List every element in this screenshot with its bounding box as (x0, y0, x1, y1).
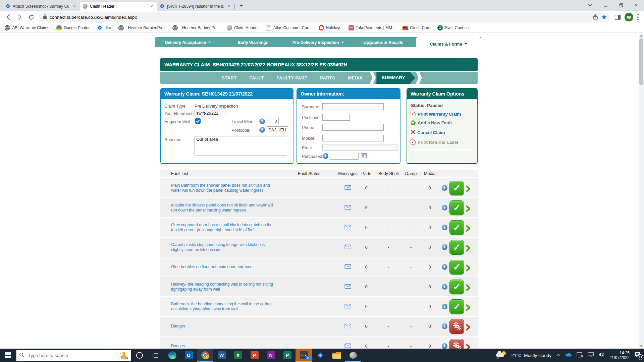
info-icon[interactable]: i (439, 343, 449, 349)
tray-chevron-up-icon[interactable] (556, 352, 560, 358)
restore-button[interactable] (613, 0, 629, 11)
taskbar-powerpoint-button[interactable]: P (246, 349, 263, 362)
open-fault-arrow-icon[interactable]: › (465, 241, 471, 254)
fault-link[interactable]: Hallway- the beading connecting wall to … (160, 282, 288, 292)
fault-link[interactable]: Badges (160, 344, 288, 349)
bookmark-item[interactable]: Claim Header (227, 25, 259, 31)
browser-tab[interactable]: Attach Screenshot - Surfbay Cust× (3, 2, 80, 11)
tab-close-icon[interactable]: × (226, 4, 231, 9)
messages-icon[interactable] (338, 343, 358, 349)
forward-icon[interactable] (15, 12, 24, 22)
taskbar-publisher-button[interactable]: P (279, 349, 296, 362)
fault-complete-button[interactable]: ✓ (449, 299, 464, 314)
scroll-up-icon[interactable] (640, 35, 643, 37)
start-button[interactable] (0, 349, 16, 362)
weather-icon[interactable] (496, 351, 507, 359)
bookmark-item[interactable]: Atlas Customer Car... (266, 25, 311, 31)
taskbar-outlook-button[interactable]: O (180, 349, 197, 362)
nav-item-claims-forms[interactable]: Claims & Forms (416, 37, 481, 51)
messages-icon[interactable] (338, 185, 358, 191)
info-icon[interactable]: i (439, 264, 449, 270)
close-button[interactable]: × (629, 0, 644, 11)
step-parts[interactable]: PARTS (320, 75, 335, 80)
url-text[interactable]: connect.supercare.co.uk/Claims/index.asp… (50, 15, 591, 20)
open-fault-arrow-icon[interactable]: › (465, 320, 471, 333)
fault-complete-button[interactable]: ✓ (449, 200, 464, 215)
fault-pending-button[interactable] (449, 339, 464, 349)
messages-icon[interactable] (338, 205, 358, 211)
nav-item-delivery-acceptance[interactable]: Delivery Acceptance (155, 37, 220, 47)
fault-link[interactable]: Bathroom- the beading connecting the wal… (160, 302, 288, 312)
nav-item-early-warnings[interactable]: Early Warnings (220, 37, 285, 47)
taskbar-cortana-button[interactable] (131, 349, 148, 362)
info-icon[interactable]: i (439, 225, 449, 230)
open-fault-arrow-icon[interactable]: › (465, 221, 471, 234)
address-bar[interactable]: connect.supercare.co.uk/Claims/index.asp… (39, 12, 610, 22)
fault-complete-button[interactable]: ✓ (449, 220, 464, 235)
step-start[interactable]: START (222, 75, 236, 80)
info-icon[interactable]: i (439, 323, 449, 329)
taskbar-jira-button[interactable] (312, 349, 328, 362)
your-reference-input[interactable] (195, 110, 225, 116)
taskbar-word-button[interactable]: W (213, 349, 230, 362)
browser-tab[interactable]: [SWIFT-28594] radiator in the ba× (157, 2, 234, 11)
fault-complete-button[interactable]: ✓ (449, 280, 464, 294)
page-scrollbar[interactable] (639, 33, 644, 349)
cast-icon[interactable] (577, 352, 583, 359)
bookmark-item[interactable]: Jira (97, 25, 111, 31)
owner-postcode-input[interactable] (322, 114, 350, 121)
messages-icon[interactable] (338, 304, 358, 310)
owner-surname-input[interactable] (322, 103, 384, 110)
travel-mins-info-icon[interactable]: i (259, 118, 265, 124)
travel-mins-input[interactable] (267, 118, 279, 124)
bookmark-item[interactable]: Swift Connect (437, 25, 470, 31)
tab-search-icon[interactable] (582, 0, 598, 11)
tab-close-icon[interactable]: × (72, 4, 77, 9)
browser-tab[interactable]: Claim Header× (80, 2, 157, 11)
reload-icon[interactable] (26, 12, 36, 22)
step-fault[interactable]: FAULT (250, 75, 264, 80)
minimize-button[interactable] (598, 0, 613, 11)
browser-menu-icon[interactable] (637, 14, 639, 20)
bookmark-item[interactable]: Holidays (319, 25, 341, 31)
taskbar-excel-button[interactable]: X (230, 349, 246, 362)
fault-link[interactable]: Carpet plastic strip connecting lounge w… (160, 242, 288, 252)
messages-icon[interactable] (338, 284, 358, 290)
scrollbar-thumb[interactable] (639, 38, 643, 85)
tab-close-icon[interactable]: × (149, 4, 154, 9)
info-icon[interactable]: i (439, 284, 449, 290)
fault-link[interactable]: Grey cupboard door has a small black dot… (160, 223, 288, 233)
fault-link[interactable]: Badges (160, 324, 288, 329)
side-panel-icon[interactable] (613, 12, 622, 22)
bookmark-item[interactable]: TakePayments | MM... (348, 25, 395, 31)
owner-purchased-input[interactable] (330, 153, 359, 160)
owner-mobile-input[interactable] (322, 135, 384, 141)
network-icon[interactable] (588, 352, 594, 359)
taskbar-task-view-button[interactable] (148, 349, 164, 362)
new-tab-button[interactable]: + (237, 1, 246, 10)
engineer-visit-checkbox[interactable] (195, 118, 201, 124)
nav-item-upgrades-recalls[interactable]: Upgrades & Recalls (351, 37, 416, 47)
back-icon[interactable] (4, 12, 13, 22)
volume-icon[interactable] (598, 352, 605, 359)
fault-pending-button[interactable] (449, 319, 464, 334)
step-summary-active[interactable]: SUMMARY (376, 72, 415, 84)
open-fault-arrow-icon[interactable]: › (465, 340, 471, 349)
step-media[interactable]: MEDIA (348, 75, 363, 80)
share-icon[interactable] (591, 13, 600, 21)
messages-icon[interactable] (338, 264, 358, 270)
owner-phone-input[interactable] (322, 124, 384, 131)
owner-email-input[interactable] (322, 144, 397, 151)
fault-link[interactable]: Main Bathroom the shower panel does not … (160, 183, 288, 193)
bookmark-star-icon[interactable] (600, 13, 608, 21)
info-icon[interactable]: i (439, 205, 449, 210)
nav-item-pre-delivery-inspection[interactable]: Pre Delivery Inspection (285, 37, 351, 47)
fault-complete-button[interactable]: ✓ (449, 181, 464, 195)
calendar-icon[interactable] (361, 153, 367, 159)
onedrive-icon[interactable] (565, 352, 572, 358)
claim-postcode-input[interactable] (267, 126, 288, 133)
info-icon[interactable]: i (439, 304, 449, 309)
print-warranty-claim-link[interactable]: Print Warranty Claim (411, 111, 461, 117)
taskbar-file-explorer-button[interactable] (328, 349, 345, 362)
taskbar-3cx-button[interactable]: 3CX10 (296, 349, 312, 362)
